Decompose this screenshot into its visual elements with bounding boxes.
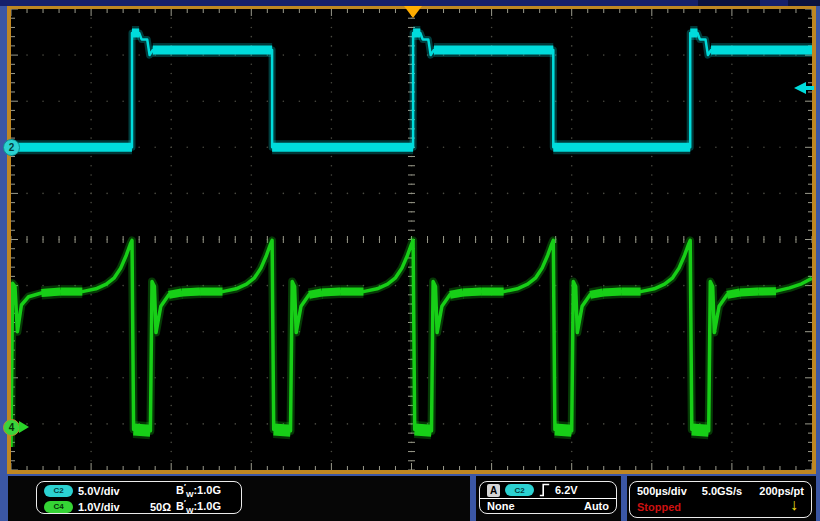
trigger-level-marker-tail: [805, 86, 814, 90]
trigger-level-value: 6.2V: [555, 484, 578, 496]
channel-readout-box[interactable]: C2 5.0V/div B′W:1.0G C4 1.0V/div 50Ω B′W…: [36, 481, 242, 514]
ch2-scale: 5.0V/div: [78, 485, 120, 497]
acquisition-status: Stopped: [637, 501, 681, 513]
ch2-trace: [11, 33, 812, 147]
ch4-trace: [11, 240, 812, 447]
trigger-source-badge[interactable]: C2: [505, 484, 534, 496]
bottom-bar: C2 5.0V/div B′W:1.0G C4 1.0V/div 50Ω B′W…: [0, 476, 820, 521]
trigger-mode-row: None Auto: [480, 499, 616, 513]
acquisition-status-row: Stopped ↓: [630, 499, 811, 514]
horizontal-readout-box[interactable]: 500µs/div 5.0GS/s 200ps/pt Stopped ↓: [629, 481, 812, 518]
ch2-reference-marker[interactable]: 2: [3, 139, 20, 156]
ch2-readout-row: C2 5.0V/div B′W:1.0G: [37, 483, 241, 498]
top-bar-segment: [788, 0, 820, 6]
trigger-settings-row: A C2 6.2V: [480, 482, 616, 499]
trigger-system-badge: A: [487, 484, 500, 497]
timebase-scale: 500µs/div: [637, 485, 687, 497]
ch4-reference-marker[interactable]: 4: [3, 419, 20, 436]
ch4-termination: 50Ω: [139, 501, 171, 513]
sample-rate: 5.0GS/s: [702, 485, 742, 497]
graticule-frame: [7, 5, 816, 474]
timebase-row: 500µs/div 5.0GS/s 200ps/pt: [630, 482, 811, 499]
trigger-mode: Auto: [584, 500, 609, 512]
ch4-scale: 1.0V/div: [78, 501, 120, 513]
ch4-reference-arrow-icon: [19, 421, 29, 433]
oscilloscope-screen: 2 4 C2 5.0V/div B′W:1.0G C4 1.0V/div 50Ω…: [0, 0, 820, 521]
ch2-bandwidth: B′W:1.0G: [176, 482, 234, 499]
ch4-badge[interactable]: C4: [44, 501, 73, 513]
ch4-readout-row: C4 1.0V/div 50Ω B′W:1.0G: [37, 499, 241, 514]
waveform-display: [11, 9, 812, 470]
ch4-bandwidth: B′W:1.0G: [176, 498, 234, 515]
trigger-type: None: [487, 500, 515, 512]
acquisition-arrow-icon[interactable]: ↓: [790, 500, 798, 510]
ch2-badge[interactable]: C2: [44, 485, 73, 497]
top-bar-segment: [698, 0, 760, 6]
resolution: 200ps/pt: [759, 485, 804, 497]
trigger-position-marker[interactable]: [404, 6, 422, 18]
rising-edge-slope-icon: [539, 483, 550, 497]
trigger-readout-box[interactable]: A C2 6.2V None Auto: [479, 481, 617, 514]
